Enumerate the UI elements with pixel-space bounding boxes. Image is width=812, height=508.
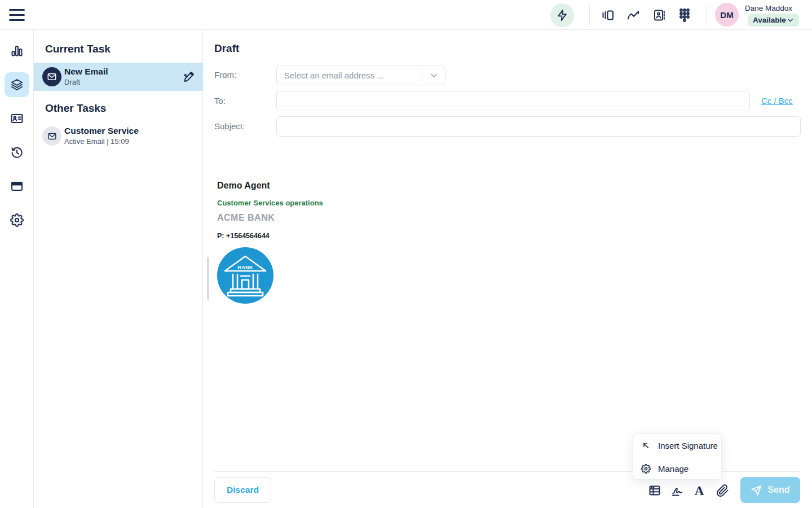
contact-card-icon [10, 112, 24, 125]
panels-button[interactable] [601, 8, 615, 22]
other-tasks-heading: Other Tasks [45, 102, 106, 115]
menu-item-manage[interactable]: Manage [633, 457, 721, 480]
menu-item-label: Manage [658, 464, 689, 474]
table-icon [648, 484, 661, 497]
dialpad-icon [678, 7, 691, 22]
status-label: Available [753, 16, 786, 24]
analytics-button[interactable] [626, 8, 640, 22]
current-task-heading: Current Task [45, 43, 111, 55]
avatar-initials: DM [720, 10, 733, 20]
signature-role: Customer Services operations [217, 199, 323, 207]
attach-file-button[interactable] [715, 483, 730, 498]
bank-logo: BANK [216, 246, 275, 305]
signature-name: Demo Agent [217, 181, 270, 191]
user-avatar[interactable]: DM [715, 3, 739, 27]
font-style-button[interactable]: A [692, 483, 707, 498]
subject-label: Subject: [214, 121, 245, 131]
subject-input[interactable] [276, 116, 801, 137]
from-label: From: [214, 70, 236, 80]
contact-book-icon [652, 8, 666, 22]
send-plane-icon [751, 484, 762, 496]
status-dropdown[interactable]: Available [748, 14, 799, 27]
app-window: DM Dane Maddox Available [0, 0, 812, 508]
window-icon [10, 179, 24, 193]
quick-actions-button[interactable] [550, 3, 574, 27]
user-name: Dane Maddox [745, 4, 792, 12]
task-subtitle: Draft [64, 78, 80, 86]
email-task-avatar [42, 67, 61, 86]
history-icon [10, 146, 24, 159]
signature-icon [670, 483, 685, 498]
rail-item-settings[interactable] [5, 208, 29, 233]
topbar-divider [589, 6, 590, 25]
top-bar: DM Dane Maddox Available [0, 0, 812, 30]
signature-phone: P: +1564564644 [217, 232, 270, 240]
to-label: To: [214, 96, 226, 106]
send-button[interactable]: Send [740, 477, 800, 503]
task-row-customer-service[interactable]: Customer Service Active Email | 15:09 [34, 122, 203, 150]
gear-icon [10, 213, 24, 227]
draft-composer: Draft From: Select an email address ... … [203, 30, 812, 508]
font-icon: A [695, 484, 704, 497]
bank-logo-text: BANK [237, 264, 253, 270]
rail-item-browser[interactable] [5, 174, 29, 199]
panels-icon [601, 8, 615, 22]
chevron-down-icon [430, 71, 438, 80]
paperclip-icon [716, 484, 729, 497]
edit-draft-button[interactable] [182, 70, 196, 84]
contacts-button[interactable] [652, 8, 666, 22]
arrow-up-left-icon [641, 441, 651, 450]
menu-item-label: Insert Signature [658, 441, 718, 450]
chevron-down-icon [787, 16, 794, 24]
envelope-icon [47, 72, 57, 82]
email-task-avatar [42, 126, 61, 146]
line-chart-icon [626, 8, 640, 22]
task-title: New Email [64, 67, 108, 77]
gear-icon [641, 464, 651, 474]
task-row-new-email[interactable]: New Email Draft [34, 63, 203, 91]
cc-bcc-link[interactable]: Cc / Bcc [761, 96, 793, 106]
bar-chart-icon [10, 44, 24, 58]
task-subtitle: Active Email | 15:09 [64, 137, 129, 146]
panel-resize-handle[interactable] [207, 257, 209, 300]
left-icon-rail [0, 30, 34, 508]
rail-item-dashboard[interactable] [5, 38, 29, 63]
page-title: Draft [214, 42, 239, 55]
dialpad-button[interactable] [678, 8, 691, 21]
to-input[interactable] [276, 91, 750, 111]
envelope-icon [47, 132, 57, 141]
signature-company: ACME BANK [217, 213, 275, 223]
discard-button[interactable]: Discard [214, 477, 271, 503]
rail-item-contacts[interactable] [5, 106, 29, 131]
from-placeholder: Select an email address ... [277, 71, 422, 80]
lightning-icon [556, 9, 568, 21]
insert-table-button[interactable] [647, 483, 662, 498]
rail-item-history[interactable] [5, 140, 29, 165]
menu-item-insert-signature[interactable]: Insert Signature [633, 434, 721, 457]
from-select[interactable]: Select an email address ... [276, 65, 445, 85]
hamburger-menu-icon[interactable] [9, 9, 25, 21]
topbar-divider [706, 6, 707, 25]
task-title: Customer Service [64, 126, 139, 136]
tasks-panel: Current Task New Email Draft [34, 30, 203, 508]
signature-pen-icon [182, 70, 196, 84]
from-select-caret[interactable] [422, 71, 445, 80]
signature-menu: Insert Signature Manage [633, 433, 722, 480]
insert-signature-button[interactable] [670, 483, 685, 498]
rail-item-tasks[interactable] [5, 72, 29, 97]
send-label: Send [767, 485, 789, 495]
layers-icon [10, 78, 24, 91]
